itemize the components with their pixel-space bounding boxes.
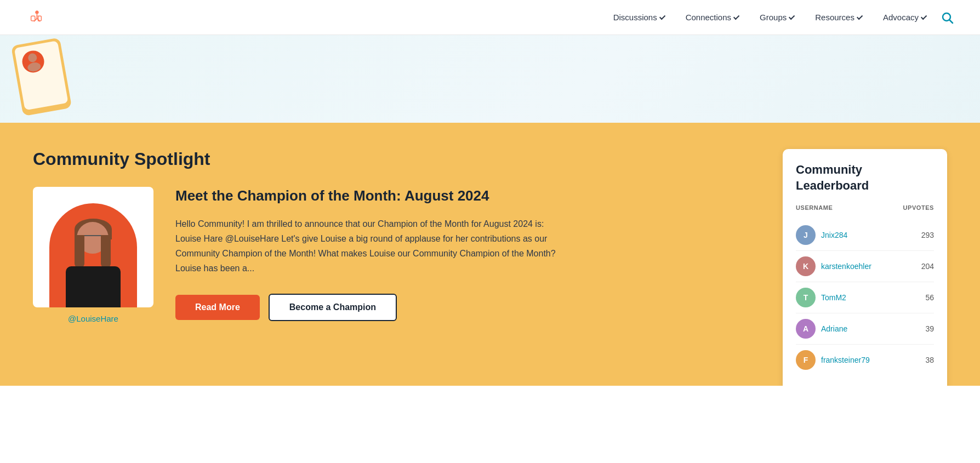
leaderboard-rows: JJnix284293Kkarstenkoehler204TTomM256AAd…	[796, 220, 934, 375]
leaderboard-avatar: J	[796, 225, 816, 245]
leaderboard-row: Kkarstenkoehler204	[796, 251, 934, 282]
leaderboard-username-link[interactable]: Jnix284	[821, 231, 921, 239]
leaderboard-avatar: K	[796, 256, 816, 276]
champion-post-title: Meet the Champion of the Month: August 2…	[175, 187, 559, 205]
leaderboard-username-link[interactable]: karstenkoehler	[821, 262, 921, 271]
leaderboard-upvote-count: 39	[925, 324, 934, 333]
champion-card: @LouiseHare	[33, 187, 153, 323]
chevron-down-icon	[789, 13, 795, 19]
become-champion-button[interactable]: Become a Champion	[269, 294, 397, 321]
navbar: Discussions Connections Groups Resources…	[0, 0, 980, 35]
leaderboard-username-link[interactable]: Adriane	[821, 324, 925, 333]
logo[interactable]	[26, 7, 46, 28]
champion-username[interactable]: @LouiseHare	[68, 314, 118, 323]
leaderboard-upvotes-header: UPVOTES	[903, 204, 934, 211]
search-icon	[941, 11, 954, 24]
leaderboard-upvote-count: 56	[925, 293, 934, 302]
hair-side-right-icon	[101, 235, 111, 268]
search-button[interactable]	[941, 11, 954, 24]
svg-line-1	[950, 20, 953, 23]
leaderboard-avatar: T	[796, 288, 816, 307]
leaderboard-upvote-count: 293	[921, 231, 934, 239]
chevron-down-icon	[733, 13, 739, 19]
leaderboard-upvote-count: 38	[925, 356, 934, 364]
nav-item-resources[interactable]: Resources	[815, 13, 863, 22]
nav-item-groups[interactable]: Groups	[760, 13, 795, 22]
leaderboard-row: TTomM256	[796, 282, 934, 313]
champion-figure	[60, 214, 126, 307]
champion-actions: Read More Become a Champion	[175, 294, 559, 321]
leaderboard-title: Community Leaderboard	[796, 162, 934, 193]
chevron-down-icon	[659, 13, 665, 19]
leaderboard-username-header: USERNAME	[796, 204, 833, 211]
chevron-down-icon	[857, 13, 863, 19]
leaderboard-row: JJnix284293	[796, 220, 934, 251]
champion-image-frame	[33, 187, 153, 307]
read-more-button[interactable]: Read More	[175, 295, 260, 320]
leaderboard-row: AAdriane39	[796, 313, 934, 345]
leaderboard-avatar: A	[796, 319, 816, 339]
spotlight-section: Community Spotlight	[0, 123, 980, 386]
leaderboard-avatar: F	[796, 350, 816, 370]
hair-side-left-icon	[75, 235, 84, 268]
leaderboard-username-link[interactable]: TomM2	[821, 293, 925, 302]
nav-menu: Discussions Connections Groups Resources…	[613, 13, 927, 22]
leaderboard-view-all-link[interactable]: View all	[796, 384, 934, 386]
champion-info: Meet the Champion of the Month: August 2…	[175, 187, 559, 321]
nav-item-discussions[interactable]: Discussions	[613, 13, 666, 22]
nav-item-advocacy[interactable]: Advocacy	[883, 13, 927, 22]
body-icon	[66, 266, 121, 307]
hero-decoration	[0, 35, 99, 123]
leaderboard-row: Ffranksteiner7938	[796, 345, 934, 375]
hero-banner	[0, 35, 980, 123]
nav-item-connections[interactable]: Connections	[686, 13, 740, 22]
leaderboard-panel: Community Leaderboard USERNAME UPVOTES J…	[783, 149, 947, 386]
chevron-down-icon	[921, 13, 927, 19]
leaderboard-username-link[interactable]: franksteiner79	[821, 356, 925, 364]
leaderboard-header: USERNAME UPVOTES	[796, 204, 934, 213]
champion-post-body: Hello Community! I am thrilled to announ…	[175, 216, 559, 276]
leaderboard-upvote-count: 204	[921, 262, 934, 271]
